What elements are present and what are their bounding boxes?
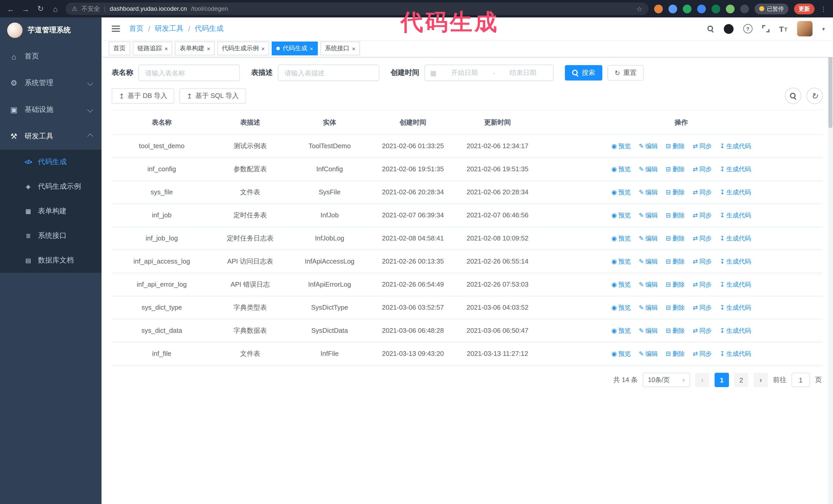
generate-code-link[interactable]: ↧生成代码: [720, 166, 751, 173]
preview-link[interactable]: ◉预览: [612, 143, 631, 150]
edit-link[interactable]: ✎编辑: [639, 189, 658, 196]
sync-link[interactable]: ⇄同步: [693, 143, 712, 150]
extension-icon-5[interactable]: [712, 4, 720, 13]
edit-link[interactable]: ✎编辑: [639, 235, 658, 242]
preview-link[interactable]: ◉预览: [612, 350, 631, 357]
preview-link[interactable]: ◉预览: [612, 166, 631, 173]
avatar[interactable]: [797, 21, 812, 37]
refresh-table-button[interactable]: ↻: [806, 88, 823, 104]
page-button-1[interactable]: 1: [715, 373, 729, 387]
hamburger-icon[interactable]: [110, 24, 122, 34]
sidebar-item-codegen[interactable]: </> 代码生成: [0, 150, 101, 174]
import-sql-button[interactable]: ↥ 基于 SQL 导入: [180, 88, 246, 103]
tab-codegen-example[interactable]: 代码生成示例×: [217, 42, 269, 55]
tab-home[interactable]: 首页: [109, 42, 130, 55]
browser-home-button[interactable]: ⌂: [51, 4, 60, 13]
edit-link[interactable]: ✎编辑: [639, 350, 658, 357]
extension-icon-3[interactable]: [683, 4, 691, 13]
update-button[interactable]: 更新: [794, 3, 814, 14]
tab-codegen[interactable]: 代码生成×: [272, 42, 318, 55]
generate-code-link[interactable]: ↧生成代码: [720, 327, 751, 334]
sync-link[interactable]: ⇄同步: [693, 212, 712, 219]
sidebar-item-db-doc[interactable]: ▤ 数据库文档: [0, 248, 101, 273]
delete-link[interactable]: ⊟删除: [666, 166, 685, 173]
page-size-select[interactable]: 10条/页 ▾: [643, 373, 690, 387]
sidebar-item-codegen-example[interactable]: ◈ 代码生成示例: [0, 174, 101, 199]
create-time-range-picker[interactable]: ▦ 开始日期 - 结束日期: [425, 65, 554, 81]
preview-link[interactable]: ◉预览: [612, 189, 631, 196]
fullscreen-icon[interactable]: [762, 25, 769, 32]
reload-button[interactable]: ↻: [36, 4, 45, 13]
preview-link[interactable]: ◉预览: [612, 327, 631, 334]
delete-link[interactable]: ⊟删除: [666, 189, 685, 196]
delete-link[interactable]: ⊟删除: [666, 304, 685, 311]
edit-link[interactable]: ✎编辑: [639, 327, 658, 334]
sync-link[interactable]: ⇄同步: [693, 304, 712, 311]
preview-link[interactable]: ◉预览: [612, 281, 631, 288]
delete-link[interactable]: ⊟删除: [666, 143, 685, 150]
sync-link[interactable]: ⇄同步: [693, 189, 712, 196]
edit-link[interactable]: ✎编辑: [639, 212, 658, 219]
delete-link[interactable]: ⊟删除: [666, 350, 685, 357]
generate-code-link[interactable]: ↧生成代码: [720, 212, 751, 219]
edit-link[interactable]: ✎编辑: [639, 304, 658, 311]
preview-link[interactable]: ◉预览: [612, 235, 631, 242]
sidebar-item-home[interactable]: ⌂ 首页: [0, 43, 101, 70]
preview-link[interactable]: ◉预览: [612, 258, 631, 265]
sync-link[interactable]: ⇄同步: [693, 327, 712, 334]
sidebar-item-form-builder[interactable]: ▦ 表单构建: [0, 199, 101, 223]
table-desc-input[interactable]: [278, 65, 379, 81]
table-name-input[interactable]: [138, 65, 240, 81]
generate-code-link[interactable]: ↧生成代码: [720, 143, 751, 150]
page-button-2[interactable]: 2: [734, 373, 748, 387]
sidebar-item-devtools[interactable]: ⚒ 研发工具: [0, 123, 101, 150]
forward-button[interactable]: →: [21, 4, 30, 13]
sync-link[interactable]: ⇄同步: [693, 235, 712, 242]
extension-icon-6[interactable]: [726, 4, 735, 13]
sync-link[interactable]: ⇄同步: [693, 258, 712, 265]
font-size-icon[interactable]: TT: [779, 25, 787, 32]
extension-icon-7[interactable]: [740, 4, 749, 13]
url-bar[interactable]: ⚠ 不安全 | dashboard.yudao.iocoder.cn /tool…: [66, 3, 648, 15]
generate-code-link[interactable]: ↧生成代码: [720, 258, 751, 265]
extension-icon-2[interactable]: [668, 4, 677, 13]
close-icon[interactable]: ×: [310, 45, 313, 51]
search-button[interactable]: 搜索: [565, 65, 602, 80]
preview-link[interactable]: ◉预览: [612, 304, 631, 311]
delete-link[interactable]: ⊟删除: [666, 281, 685, 288]
close-icon[interactable]: ×: [207, 45, 210, 51]
delete-link[interactable]: ⊟删除: [666, 235, 685, 242]
generate-code-link[interactable]: ↧生成代码: [720, 304, 751, 311]
help-icon[interactable]: ?: [743, 24, 752, 33]
sync-link[interactable]: ⇄同步: [693, 350, 712, 357]
generate-code-link[interactable]: ↧生成代码: [720, 350, 751, 357]
preview-link[interactable]: ◉预览: [612, 212, 631, 219]
extension-icon-4[interactable]: [697, 4, 706, 13]
tab-form-builder[interactable]: 表单构建×: [175, 42, 215, 55]
import-db-button[interactable]: ↥ 基于 DB 导入: [112, 88, 174, 103]
sync-link[interactable]: ⇄同步: [693, 166, 712, 173]
back-button[interactable]: ←: [6, 4, 15, 13]
security-label[interactable]: 不安全: [81, 4, 100, 13]
reset-button[interactable]: ↻ 重置: [608, 65, 644, 80]
bookmark-star-icon[interactable]: ☆: [636, 5, 642, 13]
sync-link[interactable]: ⇄同步: [693, 281, 712, 288]
edit-link[interactable]: ✎编辑: [639, 281, 658, 288]
extension-icon-1[interactable]: [654, 4, 663, 13]
github-icon[interactable]: [723, 24, 733, 33]
breadcrumb-home[interactable]: 首页: [129, 24, 144, 33]
browser-menu-icon[interactable]: ⋮: [820, 5, 827, 13]
edit-link[interactable]: ✎编辑: [639, 258, 658, 265]
sidebar-item-infra[interactable]: ▣ 基础设施: [0, 96, 101, 123]
sidebar-item-system[interactable]: ⚙ 系统管理: [0, 70, 101, 96]
breadcrumb-devtools[interactable]: 研发工具: [155, 24, 184, 33]
tab-trace[interactable]: 链路追踪×: [133, 42, 172, 55]
logo[interactable]: 芋道管理系统: [0, 18, 101, 43]
tab-system-api[interactable]: 系统接口×: [320, 42, 360, 55]
chevron-down-icon[interactable]: ▾: [822, 26, 825, 31]
prev-page-button[interactable]: ‹: [695, 373, 710, 387]
goto-page-input[interactable]: [791, 373, 810, 387]
generate-code-link[interactable]: ↧生成代码: [720, 281, 751, 288]
close-icon[interactable]: ×: [165, 45, 168, 51]
delete-link[interactable]: ⊟删除: [666, 212, 685, 219]
